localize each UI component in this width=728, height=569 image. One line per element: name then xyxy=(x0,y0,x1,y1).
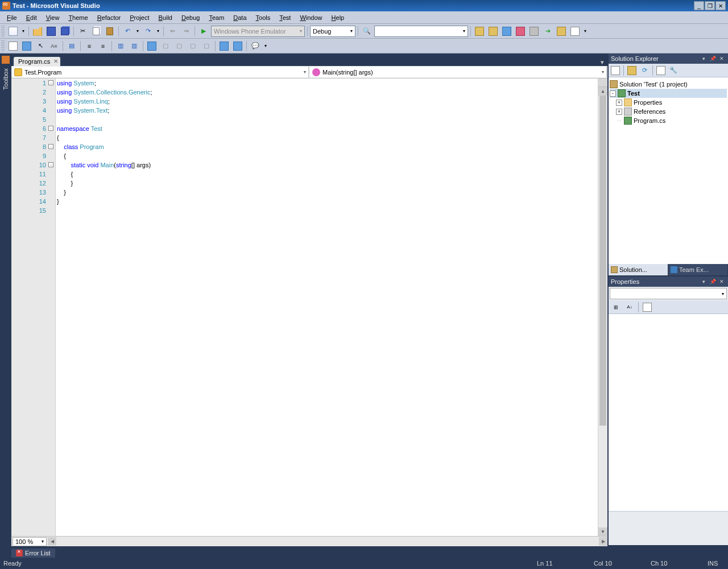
tb-ext-4[interactable] xyxy=(514,25,527,38)
menu-debug[interactable]: Debug xyxy=(177,13,204,22)
team-explorer-tab[interactable]: Team Ex... xyxy=(668,264,728,275)
tb-ext-5[interactable] xyxy=(528,25,540,38)
tb2-4[interactable]: A≡ xyxy=(48,40,60,52)
scroll-left-button[interactable]: ◀ xyxy=(48,537,56,546)
vertical-scrollbar[interactable]: ▲ ▼ xyxy=(598,79,607,536)
cut-button[interactable]: ✂ xyxy=(76,25,89,38)
indent-less-button[interactable]: ≡ xyxy=(83,40,96,52)
line-number-gutter[interactable]: 123456789101112131415---- xyxy=(11,79,56,536)
tab-close-button[interactable]: ✕ xyxy=(53,58,58,64)
tb2-b2[interactable]: ▢ xyxy=(159,40,172,52)
panel-menu-button[interactable]: ▾ xyxy=(700,55,708,63)
tb2-b4[interactable]: ▢ xyxy=(187,40,199,52)
property-pages-button[interactable] xyxy=(641,301,653,314)
save-all-button[interactable] xyxy=(59,25,71,38)
menu-window[interactable]: Window xyxy=(295,13,326,22)
comment-button[interactable]: ▤ xyxy=(65,40,78,52)
config-combo[interactable]: Debug▾ xyxy=(310,26,355,37)
redo-button[interactable]: ↷ xyxy=(142,25,154,38)
tb-ext-2[interactable] xyxy=(487,25,499,38)
tb2-n1[interactable] xyxy=(218,40,230,52)
tb2-3[interactable]: ↖ xyxy=(34,40,47,52)
find-combo[interactable]: ▾ xyxy=(374,26,468,37)
fold-button[interactable]: - xyxy=(48,126,53,131)
tb2-overflow[interactable]: ▾ xyxy=(263,40,268,52)
fold-button[interactable]: - xyxy=(48,162,53,167)
tab-overflow-button[interactable]: ▾ xyxy=(597,59,607,66)
solution-explorer-tab[interactable]: Solution... xyxy=(609,264,668,275)
menu-help[interactable]: Help xyxy=(327,13,349,22)
open-file-button[interactable] xyxy=(31,25,44,38)
menu-refactor[interactable]: Refactor xyxy=(93,13,126,22)
code-editor[interactable]: using System;using System.Collections.Ge… xyxy=(56,79,598,536)
panel-menu-button[interactable]: ▾ xyxy=(700,278,708,286)
properties-object-combo[interactable]: ▾ xyxy=(610,288,727,299)
project-node[interactable]: - Test xyxy=(610,89,727,98)
menu-team[interactable]: Team xyxy=(204,13,229,22)
scroll-right-button[interactable]: ▶ xyxy=(599,537,607,546)
references-node[interactable]: + References xyxy=(610,107,727,116)
start-debug-button[interactable]: ▶ xyxy=(197,25,210,38)
properties-node[interactable]: + Properties xyxy=(610,98,727,107)
categorized-button[interactable]: ⊞ xyxy=(610,301,622,314)
solution-explorer-title[interactable]: Solution Explorer ▾ 📌 ✕ xyxy=(609,53,728,64)
save-button[interactable] xyxy=(45,25,57,38)
panel-close-button[interactable]: ✕ xyxy=(718,55,726,63)
se-tb-1[interactable] xyxy=(610,65,621,76)
fold-button[interactable]: - xyxy=(48,144,53,149)
nav-back-button[interactable]: ⇐ xyxy=(166,25,179,38)
se-properties-button[interactable]: 🔧 xyxy=(668,65,679,76)
maximize-button[interactable]: ❐ xyxy=(705,1,715,10)
minimize-button[interactable]: _ xyxy=(694,1,704,10)
zoom-combo[interactable]: 100 %▾ xyxy=(13,537,47,546)
tb2-c1[interactable]: ▥ xyxy=(114,40,127,52)
menu-edit[interactable]: Edit xyxy=(22,13,42,22)
undo-button[interactable]: ↶ xyxy=(121,25,134,38)
redo-dropdown[interactable]: ▾ xyxy=(155,25,161,38)
menu-data[interactable]: Data xyxy=(229,13,251,22)
error-list-tab[interactable]: Error List xyxy=(11,549,55,558)
menu-project[interactable]: Project xyxy=(125,13,154,22)
tb-ext-8[interactable] xyxy=(569,25,581,38)
horizontal-scrollbar[interactable]: ◀ ▶ xyxy=(48,537,607,546)
alphabetical-button[interactable]: A↓ xyxy=(623,301,636,314)
close-window-button[interactable]: ✕ xyxy=(715,1,726,10)
tb2-c2[interactable]: ▥ xyxy=(128,40,140,52)
panel-pin-button[interactable]: 📌 xyxy=(709,55,717,63)
properties-title[interactable]: Properties ▾ 📌 ✕ xyxy=(609,277,728,287)
new-dropdown[interactable]: ▾ xyxy=(20,25,26,38)
tb2-b3[interactable]: ▢ xyxy=(173,40,185,52)
properties-grid[interactable] xyxy=(609,314,728,511)
panel-pin-button[interactable]: 📌 xyxy=(709,278,717,286)
toolbar-grip[interactable] xyxy=(1,26,5,37)
se-tb-4[interactable] xyxy=(655,65,667,76)
se-refresh-button[interactable]: ⟳ xyxy=(639,65,650,76)
file-node[interactable]: ⋯ Program.cs xyxy=(610,116,727,125)
tb2-2[interactable] xyxy=(20,40,33,52)
undo-dropdown[interactable]: ▾ xyxy=(135,25,140,38)
scroll-up-button[interactable]: ▲ xyxy=(598,87,607,96)
split-button[interactable] xyxy=(598,79,607,87)
tb2-1[interactable] xyxy=(7,40,19,52)
paste-button[interactable] xyxy=(104,25,116,38)
solution-tree[interactable]: Solution 'Test' (1 project) - Test + Pro… xyxy=(609,77,728,264)
scroll-down-button[interactable]: ▼ xyxy=(598,527,607,536)
se-tb-2[interactable] xyxy=(626,65,638,76)
tb-ext-3[interactable] xyxy=(500,25,513,38)
menu-file[interactable]: File xyxy=(2,13,22,22)
toolbox-strip[interactable]: Toolbox xyxy=(0,53,11,546)
expand-button[interactable]: + xyxy=(616,100,622,106)
fold-button[interactable]: - xyxy=(48,80,53,85)
scroll-thumb[interactable] xyxy=(599,96,606,426)
menu-view[interactable]: View xyxy=(42,13,64,22)
collapse-button[interactable]: - xyxy=(610,90,616,97)
document-tab[interactable]: Program.cs ✕ xyxy=(14,57,60,66)
tb-ext-1[interactable] xyxy=(473,25,486,38)
toolbar-grip-2[interactable] xyxy=(1,40,5,52)
tb-ext-6[interactable]: ➔ xyxy=(541,25,554,38)
menu-test[interactable]: Test xyxy=(275,13,295,22)
class-combo[interactable]: Test.Program ▾ xyxy=(12,67,309,77)
copy-button[interactable] xyxy=(90,25,102,38)
new-project-button[interactable] xyxy=(7,25,19,38)
solution-node[interactable]: Solution 'Test' (1 project) xyxy=(610,80,727,89)
